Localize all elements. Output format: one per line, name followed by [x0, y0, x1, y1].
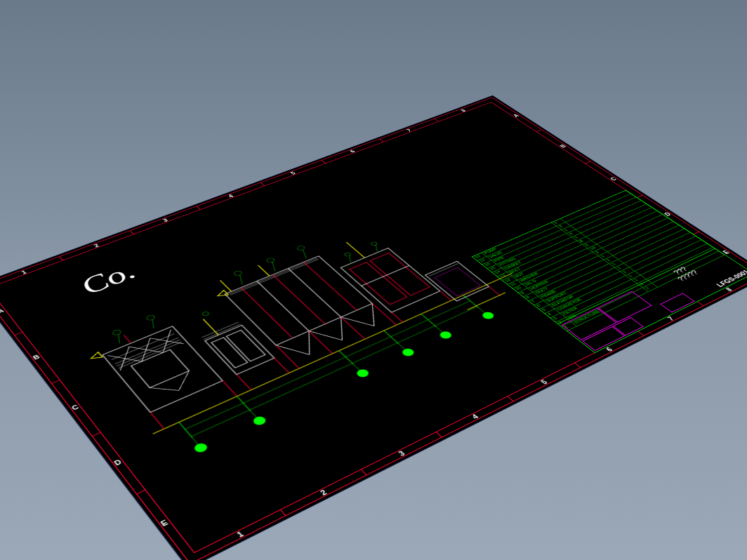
twin-silos: [206, 244, 397, 372]
svg-line-81: [345, 256, 355, 262]
svg-point-34: [112, 329, 122, 336]
zone-col-label: 4: [470, 413, 480, 420]
svg-line-75: [429, 264, 458, 276]
svg-line-83: [371, 245, 381, 251]
svg-line-24: [108, 347, 143, 371]
bom-item-no: 3: [550, 313, 565, 321]
svg-line-77: [440, 291, 451, 300]
svg-line-55: [303, 262, 357, 311]
bom-item-no: 4: [546, 309, 560, 317]
svg-line-49: [257, 281, 309, 331]
svg-point-82: [370, 241, 378, 246]
svg-line-53: [241, 288, 292, 338]
svg-line-92: [463, 295, 479, 308]
svg-line-50: [288, 268, 341, 316]
svg-line-27: [129, 338, 163, 361]
svg-line-42: [237, 375, 251, 390]
bom-item-no: 1: [562, 322, 576, 331]
svg-point-1: [192, 442, 209, 454]
bom-desc: FILTER: [560, 279, 637, 317]
svg-rect-30: [131, 349, 190, 387]
svg-line-63: [234, 275, 247, 284]
bom-desc: CONVEYOR: [555, 276, 632, 313]
svg-line-43: [275, 358, 289, 373]
bom-item-no: 9: [518, 288, 533, 297]
svg-line-76: [392, 312, 403, 322]
zone-col-label: 6: [604, 347, 614, 353]
svg-point-36: [145, 314, 156, 321]
zone-row-label: B: [32, 354, 41, 361]
bom-item-no: 11: [508, 280, 522, 288]
svg-rect-69: [341, 248, 439, 312]
svg-rect-70: [350, 262, 407, 305]
svg-rect-41: [226, 330, 265, 361]
bom-qty: 1: [643, 284, 658, 292]
svg-marker-68: [216, 291, 228, 298]
svg-line-57: [309, 331, 333, 354]
svg-line-47: [204, 324, 241, 340]
svg-text:3: 3: [359, 371, 367, 377]
svg-text:4: 4: [404, 349, 413, 356]
svg-line-79: [346, 242, 364, 258]
zone-col-label: 7: [666, 316, 675, 321]
svg-point-62: [233, 270, 243, 276]
svg-point-45: [201, 311, 210, 316]
svg-line-72: [362, 265, 409, 286]
svg-line-89: [339, 351, 354, 365]
svg-line-59: [372, 304, 397, 326]
svg-rect-74: [435, 267, 481, 296]
svg-line-3: [179, 422, 198, 445]
zone-col-label: 2: [319, 489, 329, 497]
zone-row-label: E: [159, 519, 169, 527]
drawing-sheet-plane: 1122334455667788AABBCCDDEE Co. 123456: [0, 95, 747, 560]
drawing-number: LFGS-0001: [715, 269, 747, 288]
viewport-3d[interactable]: 1122334455667788AABBCCDDEE Co. 123456: [0, 0, 747, 560]
svg-point-7: [355, 368, 371, 379]
svg-line-90: [384, 331, 399, 344]
bom-desc: BIN: [566, 284, 642, 321]
svg-line-54: [272, 274, 325, 324]
bom-item-no: 10: [513, 284, 528, 293]
bom-item-no: 2: [556, 318, 571, 326]
svg-line-21: [115, 338, 178, 364]
bom-desc: STRUCTURE: [571, 288, 648, 326]
bom-item-no: 7: [529, 296, 543, 305]
svg-text:1: 1: [197, 445, 205, 452]
svg-line-33: [124, 335, 131, 343]
zone-row-label: C: [71, 404, 80, 412]
svg-line-78: [489, 286, 501, 295]
svg-line-35: [114, 335, 125, 344]
center-machinery: [185, 305, 289, 389]
svg-line-65: [267, 262, 280, 271]
zone-col-label: 1: [235, 531, 245, 539]
svg-rect-39: [205, 325, 275, 374]
svg-line-22: [117, 340, 180, 366]
svg-line-88: [237, 396, 251, 412]
svg-line-26: [129, 338, 163, 361]
svg-rect-73: [425, 261, 489, 301]
svg-rect-19: [103, 326, 223, 413]
svg-line-0: [153, 273, 513, 434]
svg-line-67: [298, 250, 310, 258]
svg-line-12: [384, 331, 405, 349]
svg-line-56: [276, 345, 299, 368]
svg-text:5: 5: [442, 333, 449, 338]
svg-point-66: [296, 245, 306, 251]
svg-line-31: [150, 413, 164, 429]
zone-col-label: 5: [540, 379, 549, 385]
svg-line-51: [230, 258, 318, 294]
svg-line-28: [150, 330, 184, 353]
svg-line-52: [230, 259, 319, 295]
left-hopper-structure: [79, 312, 237, 434]
svg-line-84: [468, 293, 505, 310]
svg-rect-71: [370, 253, 430, 295]
svg-line-6: [237, 396, 257, 418]
zone-row-label: A: [0, 308, 5, 314]
svg-line-46: [201, 322, 239, 338]
drawing-sheet[interactable]: 1122334455667788AABBCCDDEE Co. 123456: [0, 95, 747, 560]
svg-line-37: [147, 320, 159, 328]
svg-line-44: [203, 319, 218, 335]
svg-line-9: [339, 351, 359, 371]
svg-line-20: [112, 333, 175, 359]
svg-point-4: [251, 415, 267, 427]
